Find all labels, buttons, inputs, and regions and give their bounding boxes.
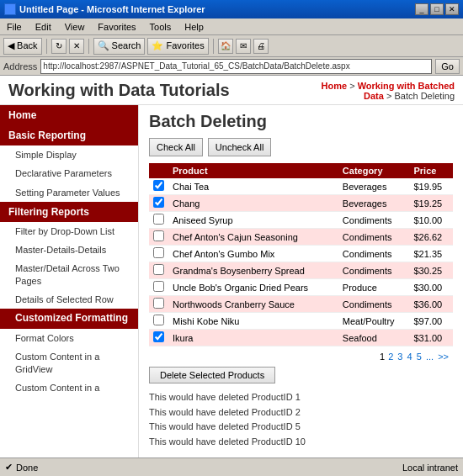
sidebar-group-customized-formatting[interactable]: Customized Formatting <box>0 309 138 329</box>
ie-icon <box>4 3 16 15</box>
home-icon[interactable]: 🏠 <box>218 39 233 54</box>
maximize-button[interactable]: □ <box>430 3 444 15</box>
table-cell-category: Condiments <box>338 246 410 262</box>
go-button[interactable]: Go <box>435 59 460 74</box>
table-cell-category: Condiments <box>338 229 410 246</box>
log-messages: This would have deleted ProductID 1This … <box>149 390 453 449</box>
search-button[interactable]: 🔍 Search <box>93 38 146 55</box>
address-bar: Address http://localhost:2987/ASPNET_Dat… <box>0 57 463 76</box>
table-cell-checkbox <box>149 313 168 330</box>
log-message-1: This would have deleted ProductID 2 <box>149 405 453 420</box>
print-icon[interactable]: 🖨 <box>253 39 269 54</box>
table-row: ChangBeverages$19.25 <box>149 195 453 212</box>
col-checkbox <box>149 163 168 178</box>
breadcrumb-home[interactable]: Home <box>322 81 348 91</box>
table-cell-category: Produce <box>338 279 410 296</box>
menu-favorites[interactable]: Favorites <box>95 22 138 32</box>
menu-file[interactable]: File <box>4 22 24 32</box>
col-product: Product <box>168 163 338 178</box>
menu-tools[interactable]: Tools <box>147 22 174 32</box>
sidebar-item-master-details[interactable]: Master-Details-Details <box>0 241 138 259</box>
table-row: Grandma's Boysenberry SpreadCondiments$3… <box>149 262 453 279</box>
row-checkbox-0[interactable] <box>153 180 164 191</box>
sidebar-group-basic-reporting[interactable]: Basic Reporting <box>0 125 138 145</box>
table-cell-product: Northwoods Cranberry Sauce <box>168 296 338 313</box>
sidebar-item-simple-display[interactable]: Simple Display <box>0 145 138 164</box>
row-checkbox-9[interactable] <box>153 331 164 342</box>
refresh-icon[interactable]: ↻ <box>51 39 67 54</box>
sidebar-item-format-colors[interactable]: Format Colors <box>0 329 138 347</box>
row-checkbox-1[interactable] <box>153 197 164 208</box>
table-cell-price: $36.00 <box>409 296 453 313</box>
menu-edit[interactable]: Edit <box>33 22 54 32</box>
row-checkbox-3[interactable] <box>153 230 164 241</box>
table-row: Uncle Bob's Organic Dried PearsProduce$3… <box>149 279 453 296</box>
sidebar-item-declarative-parameters[interactable]: Declarative Parameters <box>0 164 138 182</box>
minimize-button[interactable]: _ <box>415 3 428 15</box>
table-cell-price: $30.25 <box>409 262 453 279</box>
toolbar-separator-3 <box>213 39 214 54</box>
page-next[interactable]: >> <box>438 352 449 362</box>
page-2[interactable]: 2 <box>388 352 393 362</box>
table-cell-checkbox <box>149 212 168 229</box>
table-cell-price: $26.62 <box>409 229 453 246</box>
row-checkbox-7[interactable] <box>153 298 164 309</box>
table-cell-price: $10.00 <box>409 212 453 229</box>
window-title: Untitled Page - Microsoft Internet Explo… <box>19 4 205 14</box>
main-panel: Batch Deleting Check All Uncheck All Pro… <box>139 105 463 457</box>
sidebar-item-filter-by-dropdown[interactable]: Filter by Drop-Down List <box>0 222 138 241</box>
favorites-button[interactable]: ⭐ Favorites <box>147 38 208 55</box>
mail-icon[interactable]: ✉ <box>236 39 251 54</box>
uncheck-all-button[interactable]: Uncheck All <box>208 138 271 156</box>
table-cell-category: Condiments <box>338 212 410 229</box>
row-checkbox-4[interactable] <box>153 247 164 258</box>
table-cell-price: $21.35 <box>409 246 453 262</box>
back-button[interactable]: ◀ Back <box>3 38 42 55</box>
menu-bar: File Edit View Favorites Tools Help <box>0 19 463 35</box>
title-bar-left: Untitled Page - Microsoft Internet Explo… <box>4 3 205 15</box>
table-cell-category: Meat/Poultry <box>338 313 410 330</box>
table-cell-product: Mishi Kobe Niku <box>168 313 338 330</box>
title-bar-controls: _ □ ✕ <box>415 3 459 15</box>
sidebar-item-custom-content-2[interactable]: Custom Content in a <box>0 378 138 397</box>
page-ellipsis[interactable]: ... <box>426 352 434 362</box>
table-cell-checkbox <box>149 279 168 296</box>
table-cell-price: $30.00 <box>409 279 453 296</box>
row-checkbox-5[interactable] <box>153 264 164 275</box>
stop-icon[interactable]: ✕ <box>69 39 84 54</box>
sidebar-item-master-detail-across[interactable]: Master/Detail Across Two Pages <box>0 259 138 290</box>
check-all-button[interactable]: Check All <box>149 138 203 156</box>
address-input[interactable]: http://localhost:2987/ASPNET_Data_Tutori… <box>40 59 432 74</box>
sidebar-item-setting-parameter-values[interactable]: Setting Parameter Values <box>0 183 138 202</box>
table-row: Chai TeaBeverages$19.95 <box>149 178 453 195</box>
table-cell-checkbox <box>149 296 168 313</box>
page-5[interactable]: 5 <box>417 352 422 362</box>
table-cell-product: Chai Tea <box>168 178 338 195</box>
check-buttons-row: Check All Uncheck All <box>149 138 453 156</box>
row-checkbox-2[interactable] <box>153 214 164 225</box>
title-bar: Untitled Page - Microsoft Internet Explo… <box>0 0 463 19</box>
table-cell-category: Beverages <box>338 178 410 195</box>
pagination: 1 2 3 4 5 ... >> <box>149 352 453 362</box>
delete-selected-button[interactable]: Delete Selected Products <box>149 367 275 383</box>
close-button[interactable]: ✕ <box>445 3 459 15</box>
sidebar-item-details-selected-row[interactable]: Details of Selected Row <box>0 290 138 309</box>
status-text: Done <box>16 463 38 473</box>
table-cell-checkbox <box>149 330 168 346</box>
table-cell-checkbox <box>149 229 168 246</box>
menu-view[interactable]: View <box>62 22 88 32</box>
page-4[interactable]: 4 <box>407 352 412 362</box>
sidebar-item-home[interactable]: Home <box>0 105 138 125</box>
sidebar-group-filtering-reports[interactable]: Filtering Reports <box>0 202 138 222</box>
browser-content: Working with Data Tutorials Home > Worki… <box>0 76 463 457</box>
product-table: Product Category Price Chai TeaBeverages… <box>149 163 453 346</box>
toolbar-separator-2 <box>88 39 89 54</box>
page-3[interactable]: 3 <box>397 352 402 362</box>
row-checkbox-8[interactable] <box>153 315 164 325</box>
table-row: IkuraSeafood$31.00 <box>149 330 453 346</box>
row-checkbox-6[interactable] <box>153 281 164 292</box>
sidebar-item-custom-content-gridview[interactable]: Custom Content in a GridView <box>0 347 138 378</box>
table-cell-product: Chef Anton's Gumbo Mix <box>168 246 338 262</box>
menu-help[interactable]: Help <box>182 22 206 32</box>
page-header: Working with Data Tutorials Home > Worki… <box>0 76 463 105</box>
